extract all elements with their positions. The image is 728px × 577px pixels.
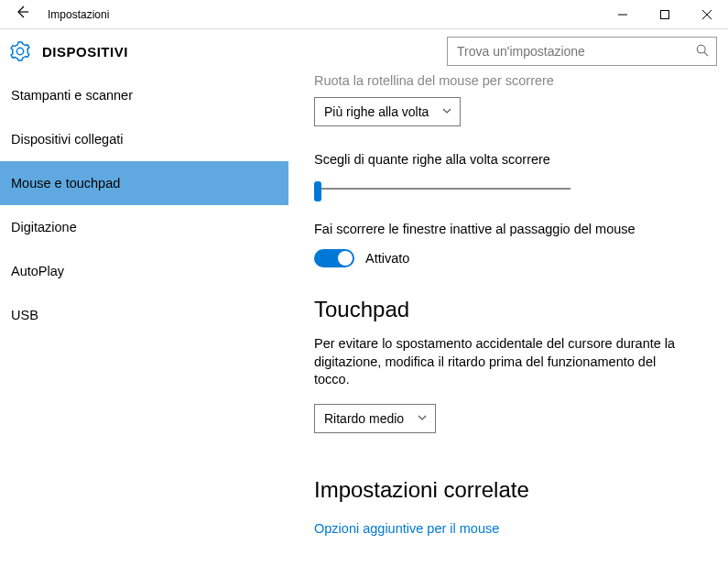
inactive-scroll-toggle[interactable] [314, 249, 354, 267]
lines-slider[interactable] [314, 180, 570, 200]
inactive-scroll-label: Fai scorrere le finestre inattive al pas… [314, 222, 702, 236]
maximize-button[interactable] [644, 0, 686, 29]
search-icon[interactable] [689, 44, 716, 60]
slider-track [314, 188, 570, 190]
sidebar-item-typing[interactable]: Digitazione [0, 205, 288, 249]
sidebar-item-usb[interactable]: USB [0, 293, 288, 337]
sidebar-item-label: Mouse e touchpad [11, 176, 120, 191]
sidebar-item-printers[interactable]: Stampanti e scanner [0, 73, 288, 117]
search-input[interactable] [448, 44, 689, 59]
dropdown-value: Ritardo medio [324, 411, 417, 426]
back-button[interactable] [0, 5, 44, 24]
sidebar-item-connected-devices[interactable]: Dispositivi collegati [0, 117, 288, 161]
related-heading: Impostazioni correlate [314, 477, 702, 503]
touchpad-delay-dropdown[interactable]: Ritardo medio [314, 404, 436, 433]
close-button[interactable] [686, 0, 728, 29]
toggle-knob [338, 251, 353, 266]
additional-mouse-options-link[interactable]: Opzioni aggiuntive per il mouse [314, 521, 499, 536]
scroll-wheel-label: Ruota la rotellina del mouse per scorrer… [314, 73, 702, 88]
minimize-button[interactable] [602, 0, 644, 29]
sidebar-item-label: USB [11, 308, 38, 322]
sidebar-item-autoplay[interactable]: AutoPlay [0, 249, 288, 293]
slider-thumb[interactable] [314, 181, 321, 201]
window-title: Impostazioni [44, 8, 109, 21]
chevron-down-icon [441, 104, 452, 119]
chevron-down-icon [417, 411, 428, 426]
sidebar-item-mouse-touchpad[interactable]: Mouse e touchpad [0, 161, 288, 205]
content-pane[interactable]: Ruota la rotellina del mouse per scorrer… [288, 73, 728, 577]
svg-rect-0 [661, 10, 669, 18]
category-title: DISPOSITIVI [42, 44, 128, 60]
touchpad-heading: Touchpad [314, 297, 702, 322]
svg-point-1 [697, 45, 705, 53]
sidebar: Stampanti e scanner Dispositivi collegat… [0, 73, 288, 577]
search-box[interactable] [447, 37, 717, 66]
gear-icon [7, 38, 33, 64]
sidebar-item-label: Digitazione [11, 220, 77, 234]
sidebar-item-label: Stampanti e scanner [11, 88, 133, 103]
toggle-state-label: Attivato [365, 251, 409, 266]
dropdown-value: Più righe alla volta [324, 104, 441, 119]
sidebar-item-label: Dispositivi collegati [11, 132, 124, 147]
scroll-wheel-dropdown[interactable]: Più righe alla volta [314, 97, 461, 126]
lines-label: Scegli di quante righe alla volta scorre… [314, 152, 702, 167]
sidebar-item-label: AutoPlay [11, 264, 64, 278]
touchpad-description: Per evitare lo spostamento accidentale d… [314, 335, 680, 389]
